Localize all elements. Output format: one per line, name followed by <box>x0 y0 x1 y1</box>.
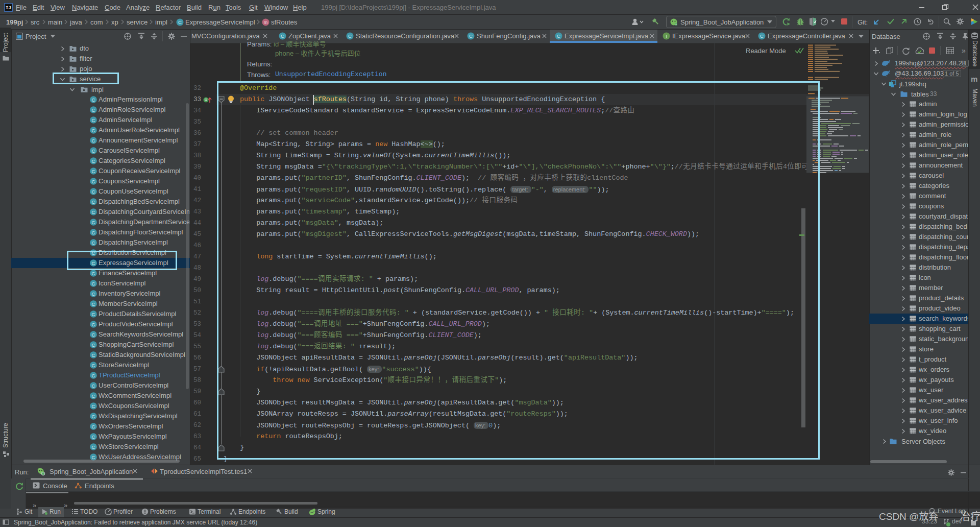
svg-text:C: C <box>92 148 95 154</box>
svg-text:C: C <box>92 271 95 276</box>
svg-text:C: C <box>92 281 95 286</box>
svg-text:C: C <box>557 33 560 39</box>
svg-text:C: C <box>92 240 95 246</box>
svg-text:C: C <box>92 128 95 133</box>
svg-text:C: C <box>92 220 95 225</box>
svg-text:C: C <box>92 158 95 164</box>
svg-text:C: C <box>92 107 95 113</box>
svg-text:C: C <box>92 209 95 215</box>
svg-text:I: I <box>666 33 667 39</box>
svg-text:C: C <box>92 342 95 348</box>
svg-text:C: C <box>348 33 352 39</box>
svg-text:C: C <box>92 434 95 440</box>
svg-text:C: C <box>92 363 95 368</box>
svg-text:C: C <box>92 373 95 378</box>
svg-text:C: C <box>92 383 95 389</box>
svg-text:C: C <box>92 199 95 205</box>
svg-text:C: C <box>92 352 95 358</box>
svg-text:C: C <box>92 189 95 195</box>
svg-text:C: C <box>760 33 764 39</box>
svg-text:C: C <box>469 33 473 39</box>
svg-text:C: C <box>92 414 95 419</box>
svg-text:C: C <box>92 291 95 297</box>
svg-text:C: C <box>92 230 95 235</box>
svg-text:C: C <box>92 393 95 399</box>
svg-text:C: C <box>92 403 95 409</box>
svg-text:C: C <box>92 97 95 103</box>
svg-text:C: C <box>92 454 95 460</box>
svg-text:C: C <box>178 19 182 25</box>
svg-text:C: C <box>92 444 95 450</box>
svg-text:C: C <box>92 424 95 429</box>
svg-text:C: C <box>92 169 95 174</box>
svg-text:IJ: IJ <box>6 6 11 11</box>
svg-text:C: C <box>92 312 95 317</box>
svg-text:C: C <box>92 301 95 307</box>
svg-text:C: C <box>92 179 95 184</box>
svg-text:m: m <box>264 20 268 25</box>
svg-text:C: C <box>281 33 284 39</box>
svg-text:C: C <box>92 138 95 143</box>
svg-text:C: C <box>92 322 95 327</box>
svg-text:C: C <box>92 117 95 123</box>
svg-text:C: C <box>92 332 95 338</box>
